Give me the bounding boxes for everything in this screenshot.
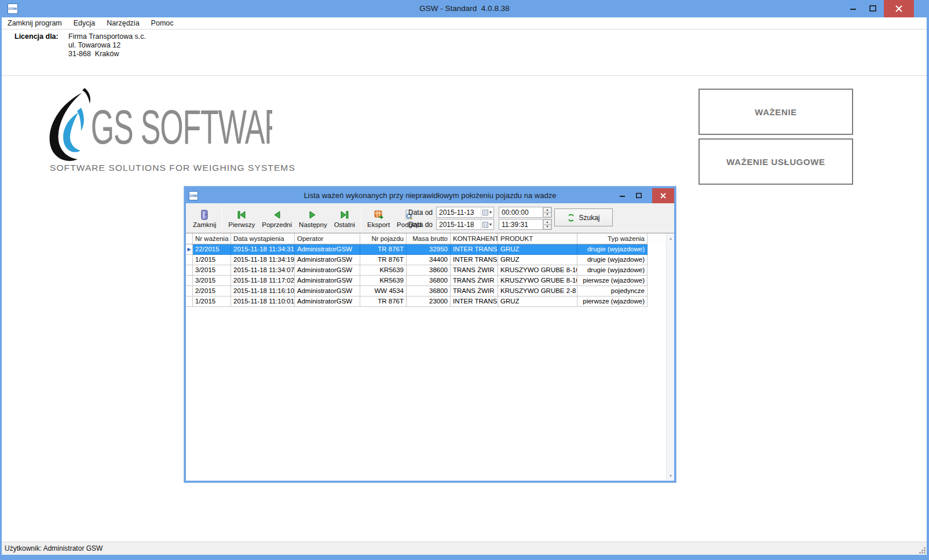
table-cell: KRUSZYWO GRUBE 8-16 [498, 276, 577, 286]
date-to-dropdown[interactable]: ▼ [481, 219, 493, 229]
window-border-bottom [0, 555, 929, 560]
menu-item-edycja[interactable]: Edycja [68, 17, 101, 30]
scroll-up-icon[interactable]: ▲ [667, 233, 674, 243]
dialog-close-button[interactable] [652, 188, 674, 203]
time-from-input[interactable]: 00:00:00 ▲ ▼ [499, 207, 552, 218]
table-row[interactable]: 3/20152015-11-18 11:34:07AdministratorGS… [186, 265, 674, 276]
row-indicator [186, 286, 193, 297]
menu-bar: Zamknij program Edycja Narzędzia Pomoc [2, 17, 927, 30]
first-record-icon [236, 208, 247, 221]
export-table-icon [374, 208, 384, 221]
ostatni-button[interactable]: Ostatni [331, 205, 359, 232]
eksport-button[interactable]: Eksport [364, 205, 393, 232]
table-row[interactable]: ▶22/20152015-11-18 11:34:31Administrator… [186, 244, 674, 255]
table-cell: drugie (wyjazdowe) [577, 244, 648, 255]
column-header[interactable]: KONTRAHENT [451, 233, 498, 244]
license-line-2: ul. Towarowa 12 [68, 41, 146, 50]
table-cell: INTER TRANS [451, 255, 498, 265]
time-from-spinner: ▲ ▼ [543, 207, 551, 217]
column-header[interactable]: Operator [295, 233, 360, 244]
close-icon [660, 193, 666, 199]
table-cell: TR 876T [360, 244, 407, 255]
table-cell: 1/2015 [193, 255, 231, 265]
last-record-icon [339, 208, 350, 221]
data-do-label: Data do [408, 221, 436, 229]
table-cell: 2015-11-18 11:34:19 [231, 255, 295, 265]
window-border-right [927, 17, 929, 560]
table-cell: pojedyncze [577, 286, 648, 297]
column-header[interactable]: Masa brutto [407, 233, 451, 244]
toolbar-separator [222, 206, 222, 230]
column-header[interactable]: Nr ważenia [193, 233, 231, 244]
weighings-table-body: ▶22/20152015-11-18 11:34:31Administrator… [186, 244, 674, 307]
next-record-icon [309, 208, 317, 221]
poprzedni-button[interactable]: Poprzedni [258, 205, 295, 232]
pierwszy-label: Pierwszy [228, 221, 255, 228]
date-from-input[interactable]: 2015-11-13 ▼ [436, 207, 494, 218]
dialog-maximize-button[interactable] [631, 188, 646, 203]
nastepny-button[interactable]: Następny [295, 205, 331, 232]
pierwszy-button[interactable]: Pierwszy [225, 205, 258, 232]
maximize-button[interactable] [864, 0, 882, 17]
table-cell: WW 4534 [360, 286, 407, 297]
table-cell: 36800 [407, 286, 451, 297]
maximize-icon [869, 5, 876, 12]
table-row[interactable]: 1/20152015-11-18 11:34:19AdministratorGS… [186, 255, 674, 265]
table-cell: TRANS ŻWIR [451, 276, 498, 286]
wazenie-button[interactable]: WAŻENIE [698, 89, 853, 135]
close-button[interactable] [884, 0, 914, 17]
column-header[interactable]: PRODUKT [498, 233, 577, 244]
calendar-icon [482, 210, 488, 215]
dialog-minimize-button[interactable] [615, 188, 630, 203]
table-cell: 22/2015 [193, 244, 231, 255]
table-cell: 1/2015 [193, 297, 231, 307]
table-row[interactable]: 1/20152015-11-18 11:10:01AdministratorGS… [186, 297, 674, 307]
table-cell: AdministratorGSW [295, 244, 360, 255]
calendar-icon [482, 222, 488, 228]
table-cell: 32950 [407, 244, 451, 255]
column-header[interactable]: Typ ważenia [577, 233, 648, 244]
column-header[interactable]: Nr pojazdu [360, 233, 407, 244]
table-cell: 38600 [407, 265, 451, 276]
row-indicator [186, 265, 193, 276]
table-cell: 23000 [407, 297, 451, 307]
table-cell: INTER TRANS [451, 244, 498, 255]
resize-grip[interactable] [919, 547, 926, 554]
column-header[interactable]: Data wystąpienia [231, 233, 295, 244]
date-to-input[interactable]: 2015-11-18 ▼ [436, 219, 494, 230]
spin-down-icon[interactable]: ▼ [543, 225, 551, 230]
menu-item-pomoc[interactable]: Pomoc [145, 17, 180, 30]
table-header-row: Nr ważeniaData wystąpieniaOperatorNr poj… [186, 233, 674, 244]
time-to-input[interactable]: 11:39:31 ▲ ▼ [499, 219, 552, 230]
close-icon [895, 5, 902, 12]
spin-up-icon[interactable]: ▲ [543, 207, 551, 213]
table-cell: TRANS ŻWIR [451, 286, 498, 297]
weighings-list-dialog: GSW Lista ważeń wykonanych przy nieprawi… [184, 186, 676, 482]
table-cell: AdministratorGSW [295, 255, 360, 265]
table-cell: AdministratorGSW [295, 276, 360, 286]
date-from-dropdown[interactable]: ▼ [481, 207, 493, 217]
table-cell: GRUZ [498, 255, 577, 265]
table-cell: 2015-11-18 11:34:31 [231, 244, 295, 255]
szukaj-button[interactable]: Szukaj [554, 208, 613, 226]
menu-item-narzedzia[interactable]: Narzędzia [101, 17, 145, 30]
wazenie-uslugowe-button[interactable]: WAŻENIE USŁUGOWE [698, 138, 853, 185]
chevron-down-icon: ▼ [489, 222, 493, 226]
zamknij-button[interactable]: Zamknij [189, 205, 220, 232]
window-border-left [0, 17, 2, 560]
row-indicator [186, 276, 193, 286]
date-to-value: 2015-11-18 [437, 221, 481, 229]
spin-up-icon[interactable]: ▲ [543, 219, 551, 225]
table-row[interactable]: 3/20152015-11-18 11:17:02AdministratorGS… [186, 276, 674, 286]
door-exit-icon [199, 208, 210, 221]
vertical-scrollbar[interactable]: ▲ ▼ [666, 233, 674, 480]
minimize-button[interactable] [844, 0, 862, 17]
main-titlebar: GSW GSW - Standard 4.0.8.38 [0, 0, 929, 17]
eksport-label: Eksport [367, 221, 390, 228]
license-line-3: 31-868 Kraków [68, 50, 146, 58]
table-row[interactable]: 2/20152015-11-18 11:16:10AdministratorGS… [186, 286, 674, 297]
spin-down-icon[interactable]: ▼ [543, 213, 551, 218]
menu-item-zamknij-program[interactable]: Zamknij program [2, 17, 68, 30]
row-indicator: ▶ [186, 244, 193, 255]
scroll-down-icon[interactable]: ▼ [667, 471, 674, 480]
